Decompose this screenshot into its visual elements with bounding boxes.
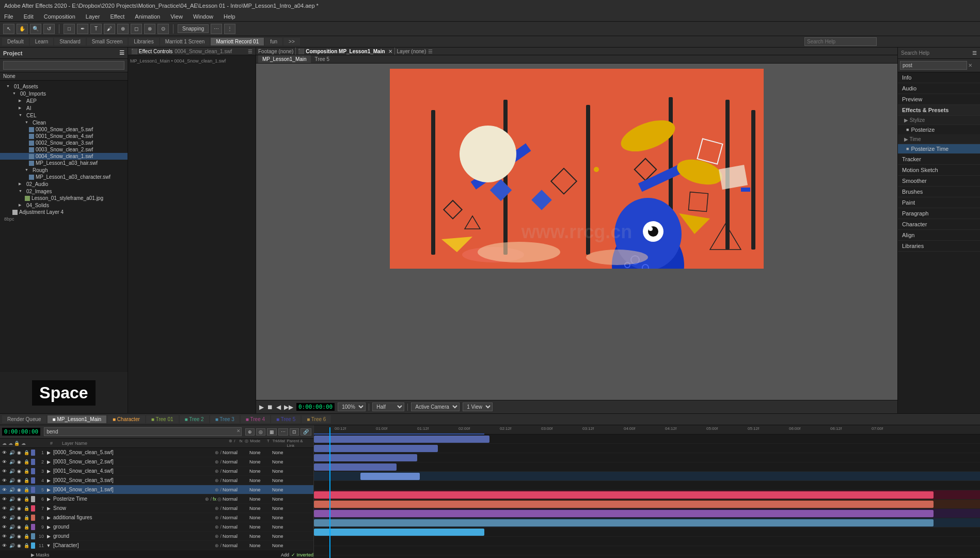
timeline-btn-3[interactable]: ▦ [267,428,277,436]
layer-7-mode[interactable]: Normal [223,506,249,511]
project-search-input[interactable] [3,61,124,70]
tree-item-aep[interactable]: AEP [0,97,128,104]
layer-3-visibility[interactable]: 👁 [0,469,8,474]
layer-row-3[interactable]: 👁 🔊 ◉ 🔒 3 ▶ [0001_Snow_clean_4.swf] ⊛/ N… [0,467,313,476]
workspace-learn[interactable]: Learn [30,38,54,45]
right-panel-character[interactable]: Character [898,219,980,230]
workspace-default[interactable]: Default [2,38,29,45]
right-panel-motion-sketch[interactable]: Motion Sketch [898,165,980,176]
tree-file-0001[interactable]: 0001_Snow_clean_4.swf [0,133,128,140]
toolbar-snap-icon[interactable]: ⋯ [211,24,222,34]
layer-6-lock[interactable]: 🔒 [23,497,30,502]
timeline-right[interactable]: 00:12f 01:00f 01:12f 02:00f 02:12f 03:00… [314,425,980,558]
toolbar-btn-hand[interactable]: ✋ [17,24,28,34]
toolbar-btn-puppet[interactable]: ⊙ [157,24,169,34]
right-panel-posterize[interactable]: ■ Posterize [898,125,980,135]
layer-row-7[interactable]: 👁 🔊 ◉ 🔒 7 ▶ Snow ⊛/ Normal None None [0,504,313,513]
layer-9-mode[interactable]: Normal [223,524,249,530]
right-panel-brushes[interactable]: Brushes [898,187,980,197]
tree-item-cel[interactable]: CEL [0,112,128,119]
layer-10-visibility[interactable]: 👁 [0,534,8,539]
layer-row-9[interactable]: 👁 🔊 ◉ 🔒 9 ▶ ground ⊛/ Normal None None [0,522,313,532]
workspace-marriott1[interactable]: Marriott 1 Screen [160,38,210,45]
layer-4-expand[interactable]: ▶ [45,478,52,483]
layer-5-solo[interactable]: ◉ [15,487,23,492]
layer-row-8[interactable]: 👁 🔊 ◉ 🔒 8 ▶ additional figures ⊛/ Normal… [0,513,313,522]
timeline-search-clear[interactable]: ✕ [236,428,241,433]
layer-1-expand[interactable]: ▶ [45,450,52,455]
layer-2-expand[interactable]: ▶ [45,459,52,464]
layer-6-expand[interactable]: ▶ [45,497,52,502]
layer-1-visibility[interactable]: 👁 [0,450,8,455]
menu-edit[interactable]: Edit [22,13,36,20]
views-select[interactable]: 1 View [463,402,493,411]
timeline-tab-tree5[interactable]: ■ Tree 5 [271,415,301,423]
menu-layer[interactable]: Layer [84,13,102,20]
stop-btn[interactable]: ⏹ [267,404,273,411]
layer-4-solo[interactable]: ◉ [15,478,23,483]
layer-3-lock[interactable]: 🔒 [23,469,30,474]
layer-5-expand[interactable]: ▶ [45,487,52,492]
layer-6-solo[interactable]: ◉ [15,497,23,502]
menu-help[interactable]: Help [222,13,238,20]
layer-5-visibility[interactable]: 👁 [0,487,8,492]
tree-item-clean[interactable]: Clean [0,119,128,126]
comp-timecode[interactable]: 0:00:00:00 [296,403,335,411]
layer-6-audio[interactable]: 🔊 [8,497,15,502]
layer-8-lock[interactable]: 🔒 [23,515,30,520]
next-frame-btn[interactable]: ▶▶ [284,404,293,411]
toolbar-btn-shape[interactable]: □ [64,24,75,34]
tree-item-assets[interactable]: 01_Assets [0,83,128,90]
menu-view[interactable]: View [168,13,185,20]
layer-4-mode[interactable]: Normal [223,478,249,483]
layer-4-lock[interactable]: 🔒 [23,478,30,483]
tree-file-styleframe[interactable]: Lesson_01_styleframe_a01.jpg [0,195,128,202]
toolbar-btn-stamp[interactable]: ⊕ [117,24,129,34]
toolbar-btn-pen[interactable]: ✒ [77,24,88,34]
layer-row-2[interactable]: 👁 🔊 ◉ 🔒 2 ▶ [0003_Snow_clean_2.swf] ⊛/ N… [0,457,313,467]
timeline-tab-tree6[interactable]: ■ Tree 6 [302,415,331,423]
layer-row-1[interactable]: 👁 🔊 ◉ 🔒 1 ▶ [0000_Snow_clean_5.swf] ⊛/ N… [0,448,313,457]
layer-row-5[interactable]: 👁 🔊 ◉ 🔒 5 ▶ [0004_Snow_clean_1.swf] ⊛/ N… [0,485,313,494]
layer-6-visibility[interactable]: 👁 [0,497,8,502]
timeline-btn-6[interactable]: 🔗 [301,428,311,436]
menu-effect[interactable]: Effect [108,13,127,20]
timeline-tab-tree2[interactable]: ■ Tree 2 [180,415,209,423]
right-panel-audio[interactable]: Audio [898,83,980,94]
toolbar-btn-select[interactable]: ↖ [3,24,14,34]
timeline-search-input[interactable] [44,427,242,436]
layer-8-audio[interactable]: 🔊 [8,515,15,520]
layer-2-audio[interactable]: 🔊 [8,459,15,464]
layer-3-audio[interactable]: 🔊 [8,469,15,474]
layer-2-mode[interactable]: Normal [223,459,249,464]
viewer-menu[interactable]: ☰ [428,49,433,54]
menu-window[interactable]: Window [191,13,215,20]
right-panel-menu[interactable]: ☰ [972,50,977,56]
timeline-tab-tree4[interactable]: ■ Tree 4 [241,415,270,423]
right-panel-tracker[interactable]: Tracker [898,154,980,165]
layer-9-visibility[interactable]: 👁 [0,524,8,530]
timeline-tab-tree3[interactable]: ■ Tree 3 [210,415,240,423]
search-clear-btn[interactable]: ✕ [968,63,972,68]
workspace-overflow[interactable]: >> [283,38,300,45]
right-panel-smoother[interactable]: Smoother [898,176,980,187]
comp-main-tab[interactable]: ⬛ Composition MP_Lesson1_Main [298,49,385,54]
layer-row-6[interactable]: 👁 🔊 ◉ 🔒 6 ▶ Posterize Time ⊛/ fx ◎ Norma… [0,494,313,504]
timeline-tab-render-queue[interactable]: Render Queue [2,415,46,423]
camera-select[interactable]: Active Camera [411,402,460,411]
layer-7-lock[interactable]: 🔒 [23,506,30,511]
layer-11-lock[interactable]: 🔒 [23,543,30,548]
toolbar-btn-brush[interactable]: 🖌 [104,24,115,34]
layer-9-lock[interactable]: 🔒 [23,524,30,530]
tree-file-0002[interactable]: 0002_Snow_clean_3.swf [0,140,128,146]
layer-5-mode[interactable]: Normal [223,487,249,492]
layer-10-lock[interactable]: 🔒 [23,534,30,539]
tree-file-hair[interactable]: MP_Lesson1_a03_hair.swf [0,160,128,166]
effect-controls-menu[interactable]: ☰ [248,49,252,54]
timeline-btn-1[interactable]: ⊕ [245,428,255,436]
layer-4-visibility[interactable]: 👁 [0,478,8,483]
project-menu-icon[interactable]: ☰ [119,50,124,56]
prev-frame-btn[interactable]: ◀ [276,404,281,411]
toolbar-btn-rotate[interactable]: ↺ [43,24,55,34]
layer-9-solo[interactable]: ◉ [15,524,23,530]
